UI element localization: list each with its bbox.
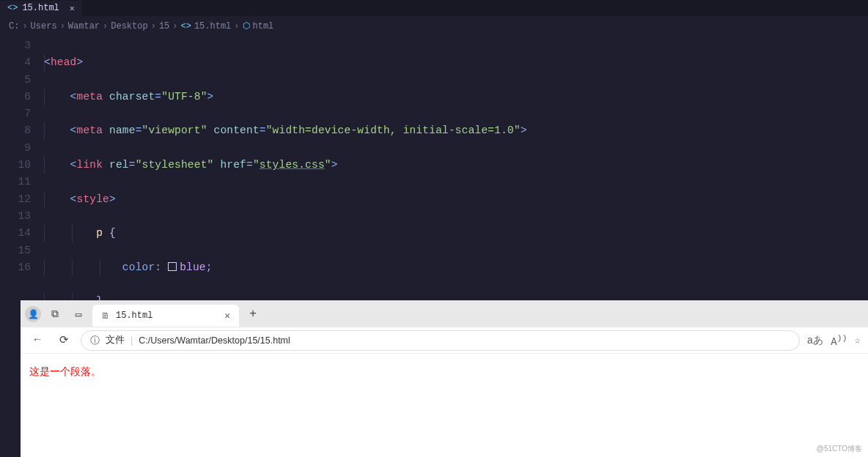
code-line: p { [44,225,868,242]
browser-tab-title: 15.html [116,311,152,321]
page-paragraph: 这是一个段落。 [29,365,859,379]
chevron-right-icon: › [172,21,177,31]
breadcrumb-seg[interactable]: 15 [159,21,169,31]
profile-icon[interactable]: 👤 [25,306,41,322]
address-bar[interactable]: ⓘ 文件 | C:/Users/Wamtar/Desktop/15/15.htm… [81,330,800,351]
code-line: <head> [44,54,868,71]
back-button[interactable]: ← [28,331,47,350]
panel-icon[interactable]: ▭ [69,305,88,324]
address-bar-row: ← ⟳ ⓘ 文件 | C:/Users/Wamtar/Desktop/15/15… [21,327,868,354]
breadcrumb-seg[interactable]: html [253,21,274,31]
file-icon: <> [180,21,191,31]
info-icon[interactable]: ⓘ [90,334,100,347]
code-line: <meta charset="UTF-8"> [44,89,868,105]
chevron-right-icon: › [103,21,108,31]
breadcrumb-seg[interactable]: Desktop [111,21,147,31]
page-icon: 🗎 [101,311,110,322]
workspaces-icon[interactable]: ⧉ [45,305,65,324]
refresh-button[interactable]: ⟳ [54,331,73,350]
tab-filename: 15.html [22,3,59,13]
translate-icon[interactable]: aあ [807,334,823,347]
close-icon[interactable]: ✕ [70,3,75,14]
code-line: color: blue; [44,259,868,276]
browser-window: 👤 ⧉ ▭ 🗎 15.html ✕ + ← ⟳ ⓘ 文件 | C:/Users/… [21,300,868,457]
editor-tab[interactable]: <> 15.html ✕ [0,1,82,16]
chevron-right-icon: › [60,21,65,31]
breadcrumb-seg[interactable]: Users [31,21,57,31]
favorite-icon[interactable]: ☆ [855,334,861,346]
editor-tab-bar: <> 15.html ✕ [0,0,868,16]
element-icon: ⬡ [243,21,250,31]
editor-area: <> 15.html ✕ C:› Users› Wamtar› Desktop›… [0,0,868,300]
chevron-right-icon: › [151,21,156,31]
page-content: 这是一个段落。 [21,354,868,390]
file-icon: <> [7,3,18,13]
breadcrumb-seg[interactable]: C: [9,21,19,31]
url-path: C:/Users/Wamtar/Desktop/15/15.html [139,335,290,346]
breadcrumb: C:› Users› Wamtar› Desktop› 15› <> 15.ht… [0,16,868,36]
breadcrumb-seg[interactable]: 15.html [194,21,231,31]
watermark: @51CTO博客 [817,444,862,454]
color-swatch-blue [168,262,177,271]
breadcrumb-seg[interactable]: Wamtar [68,21,100,31]
chevron-right-icon: › [22,21,27,31]
new-tab-button[interactable]: + [243,305,262,324]
code-line: <style> [44,191,868,208]
browser-tab[interactable]: 🗎 15.html ✕ [92,305,239,327]
address-actions: aあ A)) ☆ [807,333,861,348]
code-line: <link rel="stylesheet" href="styles.css"… [44,157,868,174]
code-line: <meta name="viewport" content="width=dev… [44,122,868,139]
url-label: 文件 [106,334,125,346]
close-icon[interactable]: ✕ [224,310,230,322]
read-aloud-icon[interactable]: A)) [831,333,847,348]
browser-tab-bar: 👤 ⧉ ▭ 🗎 15.html ✕ + [21,301,868,327]
chevron-right-icon: › [234,21,239,31]
divider: | [130,335,133,346]
